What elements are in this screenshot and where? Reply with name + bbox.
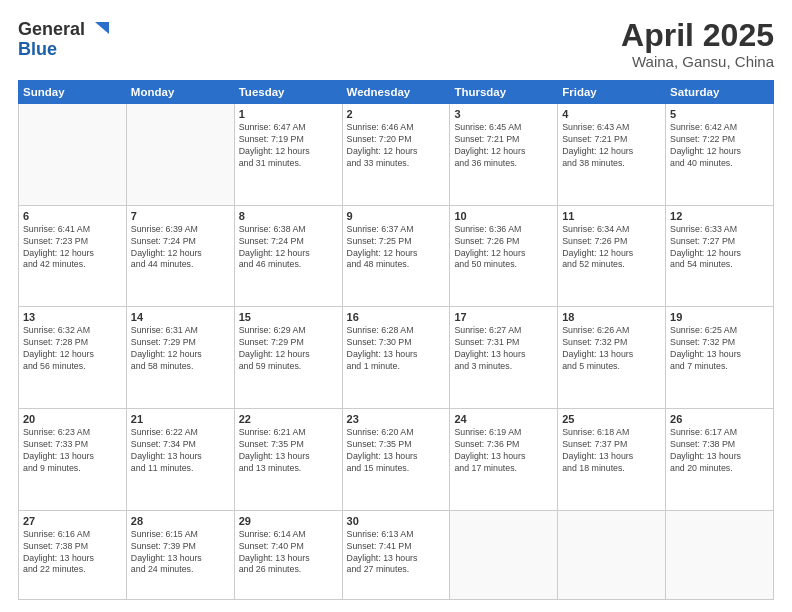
day-info: Sunrise: 6:34 AM Sunset: 7:26 PM Dayligh… bbox=[562, 224, 661, 272]
table-row: 24Sunrise: 6:19 AM Sunset: 7:36 PM Dayli… bbox=[450, 409, 558, 511]
day-info: Sunrise: 6:16 AM Sunset: 7:38 PM Dayligh… bbox=[23, 529, 122, 577]
table-row: 3Sunrise: 6:45 AM Sunset: 7:21 PM Daylig… bbox=[450, 104, 558, 206]
day-number: 14 bbox=[131, 311, 230, 323]
table-row: 5Sunrise: 6:42 AM Sunset: 7:22 PM Daylig… bbox=[666, 104, 774, 206]
svg-marker-0 bbox=[95, 22, 109, 34]
calendar-table: Sunday Monday Tuesday Wednesday Thursday… bbox=[18, 80, 774, 600]
day-number: 4 bbox=[562, 108, 661, 120]
table-row: 1Sunrise: 6:47 AM Sunset: 7:19 PM Daylig… bbox=[234, 104, 342, 206]
page: General Blue April 2025 Waina, Gansu, Ch… bbox=[0, 0, 792, 612]
day-number: 28 bbox=[131, 515, 230, 527]
day-number: 21 bbox=[131, 413, 230, 425]
day-info: Sunrise: 6:15 AM Sunset: 7:39 PM Dayligh… bbox=[131, 529, 230, 577]
day-number: 24 bbox=[454, 413, 553, 425]
title-location: Waina, Gansu, China bbox=[621, 53, 774, 70]
header: General Blue April 2025 Waina, Gansu, Ch… bbox=[18, 18, 774, 70]
day-info: Sunrise: 6:20 AM Sunset: 7:35 PM Dayligh… bbox=[347, 427, 446, 475]
day-number: 29 bbox=[239, 515, 338, 527]
day-info: Sunrise: 6:46 AM Sunset: 7:20 PM Dayligh… bbox=[347, 122, 446, 170]
day-number: 18 bbox=[562, 311, 661, 323]
header-saturday: Saturday bbox=[666, 81, 774, 104]
day-info: Sunrise: 6:25 AM Sunset: 7:32 PM Dayligh… bbox=[670, 325, 769, 373]
table-row: 15Sunrise: 6:29 AM Sunset: 7:29 PM Dayli… bbox=[234, 307, 342, 409]
day-info: Sunrise: 6:43 AM Sunset: 7:21 PM Dayligh… bbox=[562, 122, 661, 170]
day-info: Sunrise: 6:31 AM Sunset: 7:29 PM Dayligh… bbox=[131, 325, 230, 373]
day-number: 13 bbox=[23, 311, 122, 323]
day-info: Sunrise: 6:23 AM Sunset: 7:33 PM Dayligh… bbox=[23, 427, 122, 475]
table-row bbox=[126, 104, 234, 206]
logo-general: General bbox=[18, 20, 85, 38]
header-monday: Monday bbox=[126, 81, 234, 104]
logo: General Blue bbox=[18, 18, 109, 59]
day-info: Sunrise: 6:26 AM Sunset: 7:32 PM Dayligh… bbox=[562, 325, 661, 373]
day-info: Sunrise: 6:47 AM Sunset: 7:19 PM Dayligh… bbox=[239, 122, 338, 170]
table-row: 23Sunrise: 6:20 AM Sunset: 7:35 PM Dayli… bbox=[342, 409, 450, 511]
table-row: 6Sunrise: 6:41 AM Sunset: 7:23 PM Daylig… bbox=[19, 205, 127, 307]
calendar-header-row: Sunday Monday Tuesday Wednesday Thursday… bbox=[19, 81, 774, 104]
table-row bbox=[19, 104, 127, 206]
table-row: 19Sunrise: 6:25 AM Sunset: 7:32 PM Dayli… bbox=[666, 307, 774, 409]
day-number: 20 bbox=[23, 413, 122, 425]
title-block: April 2025 Waina, Gansu, China bbox=[621, 18, 774, 70]
day-number: 25 bbox=[562, 413, 661, 425]
day-info: Sunrise: 6:38 AM Sunset: 7:24 PM Dayligh… bbox=[239, 224, 338, 272]
day-number: 22 bbox=[239, 413, 338, 425]
day-number: 2 bbox=[347, 108, 446, 120]
day-number: 3 bbox=[454, 108, 553, 120]
logo-icon bbox=[87, 18, 109, 40]
day-number: 1 bbox=[239, 108, 338, 120]
table-row: 11Sunrise: 6:34 AM Sunset: 7:26 PM Dayli… bbox=[558, 205, 666, 307]
table-row: 17Sunrise: 6:27 AM Sunset: 7:31 PM Dayli… bbox=[450, 307, 558, 409]
table-row: 18Sunrise: 6:26 AM Sunset: 7:32 PM Dayli… bbox=[558, 307, 666, 409]
table-row: 30Sunrise: 6:13 AM Sunset: 7:41 PM Dayli… bbox=[342, 510, 450, 599]
header-wednesday: Wednesday bbox=[342, 81, 450, 104]
day-info: Sunrise: 6:37 AM Sunset: 7:25 PM Dayligh… bbox=[347, 224, 446, 272]
day-info: Sunrise: 6:19 AM Sunset: 7:36 PM Dayligh… bbox=[454, 427, 553, 475]
day-number: 7 bbox=[131, 210, 230, 222]
table-row: 8Sunrise: 6:38 AM Sunset: 7:24 PM Daylig… bbox=[234, 205, 342, 307]
header-sunday: Sunday bbox=[19, 81, 127, 104]
table-row: 2Sunrise: 6:46 AM Sunset: 7:20 PM Daylig… bbox=[342, 104, 450, 206]
table-row: 13Sunrise: 6:32 AM Sunset: 7:28 PM Dayli… bbox=[19, 307, 127, 409]
day-number: 26 bbox=[670, 413, 769, 425]
table-row bbox=[666, 510, 774, 599]
table-row: 4Sunrise: 6:43 AM Sunset: 7:21 PM Daylig… bbox=[558, 104, 666, 206]
table-row: 22Sunrise: 6:21 AM Sunset: 7:35 PM Dayli… bbox=[234, 409, 342, 511]
header-friday: Friday bbox=[558, 81, 666, 104]
logo-blue: Blue bbox=[18, 39, 57, 59]
day-number: 30 bbox=[347, 515, 446, 527]
header-tuesday: Tuesday bbox=[234, 81, 342, 104]
day-number: 10 bbox=[454, 210, 553, 222]
day-info: Sunrise: 6:13 AM Sunset: 7:41 PM Dayligh… bbox=[347, 529, 446, 577]
header-thursday: Thursday bbox=[450, 81, 558, 104]
day-number: 6 bbox=[23, 210, 122, 222]
table-row: 21Sunrise: 6:22 AM Sunset: 7:34 PM Dayli… bbox=[126, 409, 234, 511]
title-month: April 2025 bbox=[621, 18, 774, 53]
table-row: 16Sunrise: 6:28 AM Sunset: 7:30 PM Dayli… bbox=[342, 307, 450, 409]
day-number: 12 bbox=[670, 210, 769, 222]
table-row: 27Sunrise: 6:16 AM Sunset: 7:38 PM Dayli… bbox=[19, 510, 127, 599]
day-info: Sunrise: 6:21 AM Sunset: 7:35 PM Dayligh… bbox=[239, 427, 338, 475]
day-number: 9 bbox=[347, 210, 446, 222]
day-info: Sunrise: 6:41 AM Sunset: 7:23 PM Dayligh… bbox=[23, 224, 122, 272]
day-number: 15 bbox=[239, 311, 338, 323]
table-row: 28Sunrise: 6:15 AM Sunset: 7:39 PM Dayli… bbox=[126, 510, 234, 599]
day-info: Sunrise: 6:29 AM Sunset: 7:29 PM Dayligh… bbox=[239, 325, 338, 373]
table-row: 7Sunrise: 6:39 AM Sunset: 7:24 PM Daylig… bbox=[126, 205, 234, 307]
day-info: Sunrise: 6:45 AM Sunset: 7:21 PM Dayligh… bbox=[454, 122, 553, 170]
table-row bbox=[450, 510, 558, 599]
day-info: Sunrise: 6:17 AM Sunset: 7:38 PM Dayligh… bbox=[670, 427, 769, 475]
day-number: 11 bbox=[562, 210, 661, 222]
day-info: Sunrise: 6:28 AM Sunset: 7:30 PM Dayligh… bbox=[347, 325, 446, 373]
day-number: 8 bbox=[239, 210, 338, 222]
day-info: Sunrise: 6:18 AM Sunset: 7:37 PM Dayligh… bbox=[562, 427, 661, 475]
table-row: 10Sunrise: 6:36 AM Sunset: 7:26 PM Dayli… bbox=[450, 205, 558, 307]
day-info: Sunrise: 6:36 AM Sunset: 7:26 PM Dayligh… bbox=[454, 224, 553, 272]
day-info: Sunrise: 6:22 AM Sunset: 7:34 PM Dayligh… bbox=[131, 427, 230, 475]
day-number: 5 bbox=[670, 108, 769, 120]
day-info: Sunrise: 6:14 AM Sunset: 7:40 PM Dayligh… bbox=[239, 529, 338, 577]
day-number: 19 bbox=[670, 311, 769, 323]
day-info: Sunrise: 6:42 AM Sunset: 7:22 PM Dayligh… bbox=[670, 122, 769, 170]
day-info: Sunrise: 6:32 AM Sunset: 7:28 PM Dayligh… bbox=[23, 325, 122, 373]
table-row: 29Sunrise: 6:14 AM Sunset: 7:40 PM Dayli… bbox=[234, 510, 342, 599]
